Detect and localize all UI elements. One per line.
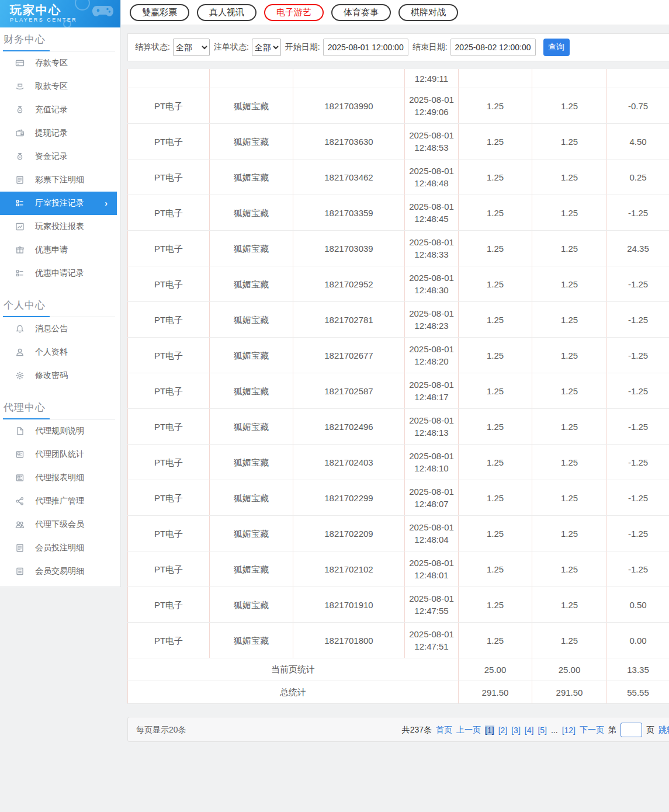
first-page-link[interactable]: 首页 bbox=[436, 725, 452, 735]
sidebar-item-deposit-zone[interactable]: 存款专区 bbox=[0, 51, 120, 75]
bet-records-table: 12:49:11 PT电子狐媚宝藏18217039902025-08-0112:… bbox=[127, 69, 669, 704]
date-line: 2025-08-01 bbox=[409, 485, 454, 498]
table-cell-game: 狐媚宝藏 bbox=[209, 480, 293, 515]
sidebar-item-recharge-records[interactable]: 充值记录 bbox=[0, 98, 120, 122]
document-icon bbox=[15, 175, 25, 185]
page-link[interactable]: [12] bbox=[562, 726, 576, 735]
table-cell-game: 狐媚宝藏 bbox=[209, 159, 293, 195]
sidebar-item-lottery-bet-details[interactable]: 彩票下注明细 bbox=[0, 168, 120, 192]
sidebar-item-member-bet-details[interactable]: 会员投注明细 bbox=[0, 536, 120, 560]
table-cell-bet bbox=[458, 69, 532, 88]
sidebar-item-label: 个人资料 bbox=[35, 347, 68, 358]
sidebar-item-funds-records[interactable]: 资金记录 bbox=[0, 145, 120, 168]
date-line: 2025-08-01 bbox=[409, 379, 454, 391]
tab-sports[interactable]: 体育赛事 bbox=[331, 4, 391, 21]
sidebar-item-player-bet-report[interactable]: 玩家投注报表 bbox=[0, 215, 120, 238]
tab-electronic-games[interactable]: 电子游艺 bbox=[264, 4, 324, 21]
tab-live-video[interactable]: 真人视讯 bbox=[197, 4, 256, 21]
date-line: 2025-08-01 bbox=[409, 307, 454, 320]
table-cell-datetime: 2025-08-0112:47:55 bbox=[404, 587, 458, 622]
page-link[interactable]: [4] bbox=[525, 726, 534, 735]
gamepad-icon bbox=[91, 2, 115, 20]
table-cell-order-id: 1821702102 bbox=[293, 551, 404, 587]
date-line: 2025-08-01 bbox=[409, 450, 454, 462]
next-page-link[interactable]: 下一页 bbox=[580, 725, 604, 735]
chart-icon bbox=[15, 222, 25, 231]
table-cell-game: 狐媚宝藏 bbox=[209, 195, 293, 230]
table-cell-platform: PT电子 bbox=[127, 338, 209, 373]
page-total-row: 当前页统计 25.00 25.00 13.35 bbox=[127, 658, 669, 681]
prev-page-link[interactable]: 上一页 bbox=[456, 725, 481, 735]
table-cell-order-id: 1821702781 bbox=[293, 302, 404, 337]
time-line: 12:48:13 bbox=[414, 426, 448, 439]
table-cell-valid: 1.25 bbox=[532, 480, 606, 515]
time-line: 12:48:17 bbox=[414, 391, 448, 403]
sidebar-item-promo-apply-records[interactable]: 优惠申请记录 bbox=[0, 262, 120, 285]
table-row: PT电子狐媚宝藏18217033592025-08-0112:48:451.25… bbox=[127, 195, 669, 231]
date-line: 2025-08-01 bbox=[409, 236, 454, 248]
table-cell-bet: 1.25 bbox=[458, 338, 532, 373]
table-cell-valid: 1.25 bbox=[532, 551, 606, 587]
sidebar-item-member-transaction-details[interactable]: 会员交易明细 bbox=[0, 560, 120, 583]
table-cell-game: 狐媚宝藏 bbox=[209, 266, 293, 301]
table-cell-valid: 1.25 bbox=[532, 195, 606, 230]
table-cell-order-id: 1821701910 bbox=[293, 587, 404, 622]
query-button[interactable]: 查询 bbox=[543, 39, 570, 56]
settle-status-select[interactable]: 全部 bbox=[173, 39, 210, 56]
sidebar-item-agent-team-stats[interactable]: 代理团队统计 bbox=[0, 443, 120, 466]
sidebar-item-label: 取款专区 bbox=[35, 81, 68, 92]
page-link[interactable]: [3] bbox=[511, 726, 521, 735]
withdraw-hand-icon bbox=[15, 82, 25, 91]
sidebar-item-change-password[interactable]: 修改密码 bbox=[0, 364, 120, 387]
gift-icon bbox=[15, 245, 25, 255]
time-line: 12:48:48 bbox=[414, 177, 448, 189]
table-cell-datetime: 2025-08-0112:48:33 bbox=[404, 231, 458, 266]
table-cell-bet: 1.25 bbox=[458, 302, 532, 337]
table-row: PT电子狐媚宝藏18217022092025-08-0112:48:041.25… bbox=[127, 516, 669, 551]
grand-total-bet: 291.50 bbox=[458, 681, 532, 703]
table-cell-platform: PT电子 bbox=[127, 88, 209, 123]
order-status-select[interactable]: 全部 bbox=[252, 39, 281, 56]
table-cell-platform: PT电子 bbox=[127, 587, 209, 622]
sidebar-item-withdraw-zone[interactable]: 取款专区 bbox=[0, 75, 120, 98]
page-link-current[interactable]: [1] bbox=[485, 726, 494, 735]
sidebar-item-withdrawal-records[interactable]: 提现记录 bbox=[0, 122, 120, 145]
time-line: 12:48:01 bbox=[414, 569, 448, 581]
table-cell-valid: 1.25 bbox=[532, 302, 606, 337]
table-cell-valid: 1.25 bbox=[532, 231, 606, 266]
table-cell-game: 狐媚宝藏 bbox=[209, 231, 293, 266]
table-row: PT电子狐媚宝藏18217025872025-08-0112:48:171.25… bbox=[127, 373, 669, 409]
tab-board-games[interactable]: 棋牌对战 bbox=[398, 4, 458, 21]
time-line: 12:48:04 bbox=[414, 533, 448, 546]
sidebar-item-label: 会员投注明细 bbox=[35, 543, 84, 553]
jump-page-input[interactable] bbox=[621, 723, 642, 737]
end-date-input[interactable] bbox=[450, 39, 536, 56]
sidebar-item-label: 资金记录 bbox=[35, 151, 68, 162]
sidebar-item-messages[interactable]: 消息公告 bbox=[0, 317, 120, 341]
table-cell-datetime: 2025-08-0112:48:20 bbox=[404, 338, 458, 373]
sidebar-item-agent-promotion[interactable]: 代理推广管理 bbox=[0, 490, 120, 513]
table-cell-order-id: 1821703039 bbox=[293, 231, 404, 266]
sidebar-item-hall-bet-records[interactable]: 厅室投注记录 › bbox=[0, 192, 117, 215]
table-cell-order-id bbox=[293, 69, 404, 88]
table-cell-order-id: 1821701800 bbox=[293, 623, 404, 658]
bell-icon bbox=[15, 324, 25, 334]
jump-suffix-label: 页 bbox=[646, 725, 654, 735]
sidebar-item-agent-rules[interactable]: 代理规则说明 bbox=[0, 419, 120, 443]
sidebar-item-agent-report-details[interactable]: 代理报表明细 bbox=[0, 466, 120, 490]
sidebar-item-profile[interactable]: 个人资料 bbox=[0, 341, 120, 364]
table-row: PT电子狐媚宝藏18217022992025-08-0112:48:071.25… bbox=[127, 480, 669, 516]
tab-lottery[interactable]: 雙赢彩票 bbox=[130, 4, 189, 21]
table-cell-bet: 1.25 bbox=[458, 445, 532, 480]
sidebar-item-agent-sub-members[interactable]: 代理下级会员 bbox=[0, 513, 120, 536]
page-link[interactable]: [5] bbox=[538, 726, 547, 735]
page-link[interactable]: [2] bbox=[498, 726, 508, 735]
time-line: 12:48:23 bbox=[414, 320, 448, 332]
sidebar-item-label: 消息公告 bbox=[35, 324, 68, 334]
start-date-input[interactable] bbox=[323, 39, 408, 56]
jump-button[interactable]: 跳转 bbox=[658, 725, 669, 735]
table-cell-datetime: 2025-08-0112:48:10 bbox=[404, 445, 458, 480]
table-cell-platform: PT电子 bbox=[127, 124, 209, 159]
sidebar-item-promo-apply[interactable]: 优惠申请 bbox=[0, 238, 120, 262]
table-cell-game: 狐媚宝藏 bbox=[209, 88, 293, 123]
